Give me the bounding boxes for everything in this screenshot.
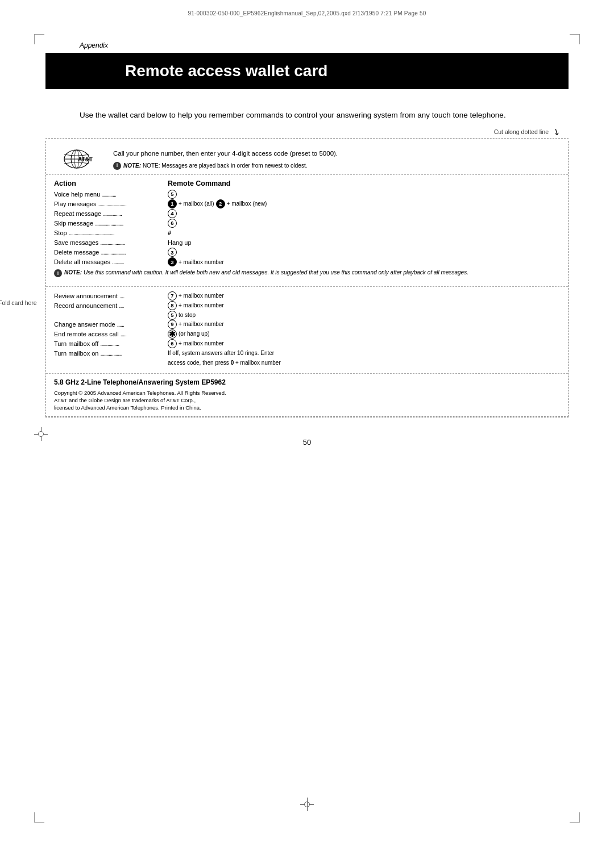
cmd-record-announcement: Record announcement .... 8 + mailbox num…	[54, 301, 560, 311]
badge-5-stop: 5	[168, 311, 177, 320]
cmd-turn-mailbox-on-1: Turn mailbox on .................. If of…	[54, 349, 560, 358]
badge-6: 6	[168, 219, 177, 228]
cmd-play-messages: Play messages ........................ 1…	[54, 199, 560, 209]
cmd-review-announcement: Review announcement .... 7 + mailbox num…	[54, 291, 560, 301]
cmd-turn-mailbox-off: Turn mailbox off ................ 6 + ma…	[54, 339, 560, 349]
card-note-line: i NOTE: NOTE: Messages are played back i…	[113, 161, 560, 170]
card-note-text: NOTE: NOTE: Messages are played back in …	[123, 161, 307, 170]
cmd-end-remote-access: End remote access call ..... ✱ (or hang …	[54, 329, 560, 339]
product-copyright: Copyright © 2005 Advanced American Telep…	[54, 389, 560, 412]
crop-mark-bl	[34, 812, 44, 823]
att-globe-icon: AT&T	[63, 149, 96, 169]
badge-8: 8	[168, 301, 177, 310]
badge-4: 4	[168, 209, 177, 218]
att-logo: AT&T	[54, 149, 105, 169]
cut-line-bottom	[45, 417, 569, 418]
crosshair-bottom	[300, 798, 314, 811]
cut-line-top	[45, 138, 569, 139]
crop-mark-tr	[570, 34, 580, 44]
wallet-card: AT&T Call your phone number, then enter …	[45, 141, 569, 416]
product-title: 5.8 GHz 2-Line Telephone/Answering Syste…	[54, 378, 560, 386]
crop-mark-tl	[34, 34, 44, 44]
cut-label: Cut along dotted line	[494, 128, 549, 135]
badge-2-filled: 2	[216, 199, 225, 208]
card-top-right: Call your phone number, then enter your …	[113, 149, 560, 169]
cmd-voice-help: Voice help menu ............ 5	[54, 190, 560, 199]
cut-arrow-icon: ↘	[551, 126, 562, 138]
crosshair-left	[34, 427, 48, 441]
cmd-delete-message: Delete message ..................... 3	[54, 248, 560, 257]
badge-5: 5	[168, 190, 177, 199]
badge-9: 9	[168, 320, 177, 329]
cmd-stop-announcement: 5 to stop	[54, 311, 560, 320]
cmd-header: Action Remote Command	[54, 180, 560, 187]
intro-text: Use the wallet card below to help you re…	[80, 110, 534, 121]
note-icon: i	[113, 162, 121, 170]
cmd-note-text: NOTE: Use this command with caution. It …	[64, 269, 468, 277]
remote-header: Remote Command	[168, 180, 560, 187]
cmd-skip-message: Skip message ........................ 6	[54, 219, 560, 228]
appendix-label: Appendix	[80, 41, 614, 49]
cmd-stop: Stop ...................................…	[54, 228, 560, 238]
badge-1-filled: 1	[168, 199, 177, 208]
wallet-outer: Cut along dotted line ↘	[45, 127, 569, 417]
badge-3: 3	[168, 248, 177, 257]
card-call-text: Call your phone number, then enter your …	[113, 149, 560, 158]
crop-mark-br	[570, 812, 580, 823]
page: 91-000302-050-000_EP5962Englishmanual_Se…	[0, 0, 614, 868]
card-product-footer: 5.8 GHz 2-Line Telephone/Answering Syste…	[46, 373, 568, 416]
cmd-delete-note: i NOTE: Use this command with caution. I…	[54, 269, 560, 277]
card-bottom-section: ↗ Fold card here Review announcement ...…	[46, 287, 568, 373]
cmd-delete-all-messages: Delete all messages .......... 3 + mailb…	[54, 257, 560, 267]
cmd-repeat-message: Repeat message ................ 4	[54, 209, 560, 219]
badge-star: ✱	[168, 329, 177, 339]
file-info: 91-000302-050-000_EP5962Englishmanual_Se…	[0, 0, 614, 19]
fold-label: ↗ Fold card here	[0, 298, 37, 307]
card-top-section: AT&T Call your phone number, then enter …	[46, 141, 568, 174]
badge-7: 7	[168, 291, 177, 301]
cmd-save-messages: Save messages ..................... Hang…	[54, 238, 560, 248]
page-title: Remote access wallet card	[45, 53, 569, 89]
cut-line-label-row: Cut along dotted line ↘	[45, 127, 569, 137]
cmd-change-answer-mode: Change answer mode ...... 9 + mailbox nu…	[54, 320, 560, 329]
note-icon-2: i	[54, 269, 62, 277]
page-number: 50	[0, 438, 614, 446]
card-commands: Action Remote Command Voice help menu ..…	[46, 175, 568, 287]
svg-text:AT&T: AT&T	[78, 156, 93, 162]
action-header: Action	[54, 180, 168, 187]
badge-3-filled: 3	[168, 257, 177, 266]
badge-6-mailbox: 6	[168, 339, 177, 348]
cmd-turn-mailbox-on-2: access code, then press 0 + mailbox numb…	[54, 358, 560, 368]
